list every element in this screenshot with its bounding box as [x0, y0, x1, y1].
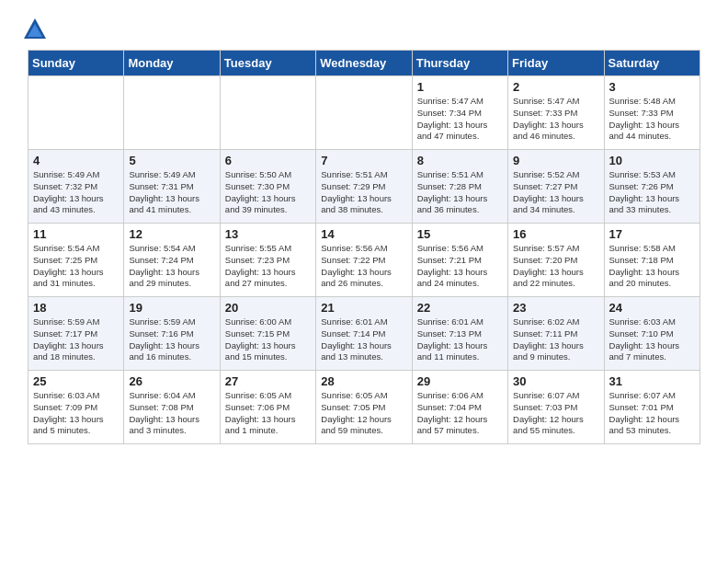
day-info: Sunrise: 5:56 AM Sunset: 7:21 PM Dayligh… — [417, 243, 503, 290]
header-sunday: Sunday — [28, 51, 124, 76]
day-cell: 13Sunrise: 5:55 AM Sunset: 7:23 PM Dayli… — [220, 224, 315, 297]
day-cell: 3Sunrise: 5:48 AM Sunset: 7:33 PM Daylig… — [604, 76, 700, 150]
day-info: Sunrise: 5:49 AM Sunset: 7:32 PM Dayligh… — [33, 169, 119, 216]
day-info: Sunrise: 6:03 AM Sunset: 7:09 PM Dayligh… — [33, 390, 119, 437]
day-cell: 7Sunrise: 5:51 AM Sunset: 7:29 PM Daylig… — [316, 150, 412, 224]
day-number: 8 — [417, 154, 503, 167]
logo — [18, 17, 48, 42]
header-saturday: Saturday — [604, 51, 700, 76]
day-cell: 20Sunrise: 6:00 AM Sunset: 7:15 PM Dayli… — [220, 297, 315, 371]
header-friday: Friday — [508, 51, 604, 76]
week-row-1: 4Sunrise: 5:49 AM Sunset: 7:32 PM Daylig… — [28, 150, 700, 224]
calendar-body: 1Sunrise: 5:47 AM Sunset: 7:34 PM Daylig… — [28, 76, 700, 444]
day-number: 24 — [609, 301, 695, 315]
logo-icon — [22, 17, 48, 42]
day-cell: 22Sunrise: 6:01 AM Sunset: 7:13 PM Dayli… — [412, 297, 507, 371]
day-cell: 14Sunrise: 5:56 AM Sunset: 7:22 PM Dayli… — [316, 224, 412, 297]
day-info: Sunrise: 5:47 AM Sunset: 7:34 PM Dayligh… — [417, 96, 503, 143]
day-number: 3 — [609, 80, 695, 94]
day-number: 2 — [513, 80, 598, 94]
calendar-wrapper: SundayMondayTuesdayWednesdayThursdayFrid… — [9, 50, 719, 444]
week-row-2: 11Sunrise: 5:54 AM Sunset: 7:25 PM Dayli… — [28, 224, 700, 297]
day-info: Sunrise: 6:07 AM Sunset: 7:03 PM Dayligh… — [513, 390, 598, 437]
day-info: Sunrise: 5:47 AM Sunset: 7:33 PM Dayligh… — [513, 96, 598, 143]
day-number: 16 — [513, 227, 598, 241]
day-cell: 27Sunrise: 6:05 AM Sunset: 7:06 PM Dayli… — [220, 371, 315, 444]
day-cell: 1Sunrise: 5:47 AM Sunset: 7:34 PM Daylig… — [412, 76, 507, 150]
day-number: 12 — [129, 227, 214, 241]
day-number: 29 — [417, 374, 503, 388]
day-number: 28 — [321, 374, 406, 388]
day-number: 14 — [321, 227, 406, 241]
day-number: 9 — [513, 154, 598, 167]
day-cell: 24Sunrise: 6:03 AM Sunset: 7:10 PM Dayli… — [604, 297, 700, 371]
day-info: Sunrise: 5:50 AM Sunset: 7:30 PM Dayligh… — [225, 169, 311, 216]
day-info: Sunrise: 6:06 AM Sunset: 7:04 PM Dayligh… — [417, 390, 503, 437]
day-cell: 19Sunrise: 5:59 AM Sunset: 7:16 PM Dayli… — [124, 297, 220, 371]
day-info: Sunrise: 5:57 AM Sunset: 7:20 PM Dayligh… — [513, 243, 598, 290]
day-number: 23 — [513, 301, 598, 315]
day-number: 10 — [609, 154, 695, 167]
day-cell: 11Sunrise: 5:54 AM Sunset: 7:25 PM Dayli… — [28, 224, 124, 297]
header-tuesday: Tuesday — [220, 51, 315, 76]
day-info: Sunrise: 5:58 AM Sunset: 7:18 PM Dayligh… — [609, 243, 695, 290]
day-cell — [220, 76, 315, 150]
header-wednesday: Wednesday — [316, 51, 412, 76]
day-cell: 17Sunrise: 5:58 AM Sunset: 7:18 PM Dayli… — [604, 224, 700, 297]
day-cell: 10Sunrise: 5:53 AM Sunset: 7:26 PM Dayli… — [604, 150, 700, 224]
day-cell — [124, 76, 220, 150]
day-number: 4 — [33, 154, 119, 167]
day-info: Sunrise: 6:05 AM Sunset: 7:06 PM Dayligh… — [225, 390, 311, 437]
week-row-3: 18Sunrise: 5:59 AM Sunset: 7:17 PM Dayli… — [28, 297, 700, 371]
day-number: 27 — [225, 374, 311, 388]
day-cell — [28, 76, 124, 150]
header-thursday: Thursday — [412, 51, 507, 76]
day-info: Sunrise: 6:02 AM Sunset: 7:11 PM Dayligh… — [513, 316, 598, 363]
day-cell: 30Sunrise: 6:07 AM Sunset: 7:03 PM Dayli… — [508, 371, 604, 444]
day-cell: 12Sunrise: 5:54 AM Sunset: 7:24 PM Dayli… — [124, 224, 220, 297]
day-cell: 29Sunrise: 6:06 AM Sunset: 7:04 PM Dayli… — [412, 371, 507, 444]
day-cell: 31Sunrise: 6:07 AM Sunset: 7:01 PM Dayli… — [604, 371, 700, 444]
day-info: Sunrise: 5:54 AM Sunset: 7:25 PM Dayligh… — [33, 243, 119, 290]
day-info: Sunrise: 5:51 AM Sunset: 7:28 PM Dayligh… — [417, 169, 503, 216]
day-number: 15 — [417, 227, 503, 241]
day-number: 6 — [225, 154, 311, 167]
day-number: 30 — [513, 374, 598, 388]
day-number: 31 — [609, 374, 695, 388]
day-info: Sunrise: 5:51 AM Sunset: 7:29 PM Dayligh… — [321, 169, 406, 216]
day-number: 13 — [225, 227, 311, 241]
day-cell: 28Sunrise: 6:05 AM Sunset: 7:05 PM Dayli… — [316, 371, 412, 444]
day-number: 25 — [33, 374, 119, 388]
day-info: Sunrise: 6:07 AM Sunset: 7:01 PM Dayligh… — [609, 390, 695, 437]
header-row: SundayMondayTuesdayWednesdayThursdayFrid… — [28, 51, 700, 76]
page-header — [9, 9, 719, 46]
day-cell: 18Sunrise: 5:59 AM Sunset: 7:17 PM Dayli… — [28, 297, 124, 371]
day-info: Sunrise: 6:03 AM Sunset: 7:10 PM Dayligh… — [609, 316, 695, 363]
day-info: Sunrise: 6:01 AM Sunset: 7:13 PM Dayligh… — [417, 316, 503, 363]
day-info: Sunrise: 6:01 AM Sunset: 7:14 PM Dayligh… — [321, 316, 406, 363]
day-number: 19 — [129, 301, 214, 315]
day-cell: 5Sunrise: 5:49 AM Sunset: 7:31 PM Daylig… — [124, 150, 220, 224]
day-info: Sunrise: 5:53 AM Sunset: 7:26 PM Dayligh… — [609, 169, 695, 216]
day-info: Sunrise: 6:05 AM Sunset: 7:05 PM Dayligh… — [321, 390, 406, 437]
day-info: Sunrise: 6:00 AM Sunset: 7:15 PM Dayligh… — [225, 316, 311, 363]
day-info: Sunrise: 5:49 AM Sunset: 7:31 PM Dayligh… — [129, 169, 214, 216]
day-info: Sunrise: 5:56 AM Sunset: 7:22 PM Dayligh… — [321, 243, 406, 290]
day-cell — [316, 76, 412, 150]
day-info: Sunrise: 5:59 AM Sunset: 7:17 PM Dayligh… — [33, 316, 119, 363]
day-info: Sunrise: 5:54 AM Sunset: 7:24 PM Dayligh… — [129, 243, 214, 290]
header-monday: Monday — [124, 51, 220, 76]
day-cell: 6Sunrise: 5:50 AM Sunset: 7:30 PM Daylig… — [220, 150, 315, 224]
day-number: 22 — [417, 301, 503, 315]
day-cell: 26Sunrise: 6:04 AM Sunset: 7:08 PM Dayli… — [124, 371, 220, 444]
calendar-header: SundayMondayTuesdayWednesdayThursdayFrid… — [28, 51, 700, 76]
day-info: Sunrise: 6:04 AM Sunset: 7:08 PM Dayligh… — [129, 390, 214, 437]
day-cell: 21Sunrise: 6:01 AM Sunset: 7:14 PM Dayli… — [316, 297, 412, 371]
day-cell: 2Sunrise: 5:47 AM Sunset: 7:33 PM Daylig… — [508, 76, 604, 150]
day-cell: 9Sunrise: 5:52 AM Sunset: 7:27 PM Daylig… — [508, 150, 604, 224]
day-number: 11 — [33, 227, 119, 241]
day-cell: 23Sunrise: 6:02 AM Sunset: 7:11 PM Dayli… — [508, 297, 604, 371]
week-row-4: 25Sunrise: 6:03 AM Sunset: 7:09 PM Dayli… — [28, 371, 700, 444]
day-cell: 25Sunrise: 6:03 AM Sunset: 7:09 PM Dayli… — [28, 371, 124, 444]
day-number: 26 — [129, 374, 214, 388]
